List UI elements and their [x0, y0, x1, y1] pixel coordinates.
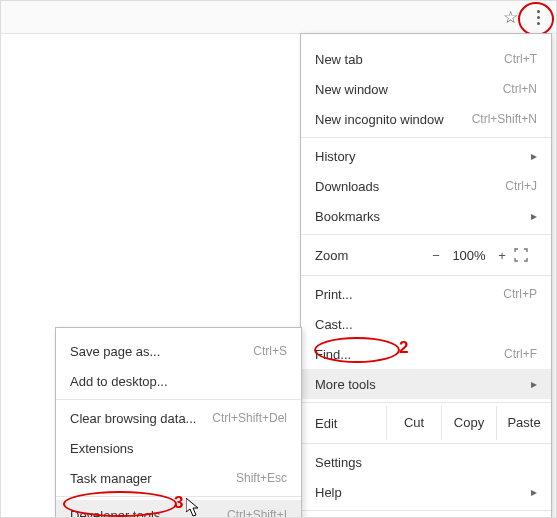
zoom-out-button[interactable]: −: [425, 248, 447, 263]
cut-button[interactable]: Cut: [386, 406, 441, 440]
zoom-in-button[interactable]: +: [491, 248, 513, 263]
menu-item-clear-data[interactable]: Clear browsing data...Ctrl+Shift+Del: [56, 403, 301, 433]
menu-item-history[interactable]: History▸: [301, 141, 551, 171]
menu-item-add-desktop[interactable]: Add to desktop...: [56, 366, 301, 396]
chevron-right-icon: ▸: [531, 377, 537, 391]
menu-item-exit[interactable]: ExitCtrl+Shift+Q: [301, 514, 551, 518]
fullscreen-icon[interactable]: [513, 247, 537, 263]
menu-item-new-tab[interactable]: New tabCtrl+T: [301, 44, 551, 74]
menu-item-downloads[interactable]: DownloadsCtrl+J: [301, 171, 551, 201]
copy-button[interactable]: Copy: [441, 406, 496, 440]
chevron-right-icon: ▸: [531, 485, 537, 499]
annotation-oval-3: [63, 491, 177, 517]
toolbar: ☆: [1, 1, 556, 34]
menu-item-edit: Edit Cut Copy Paste: [301, 406, 551, 440]
more-tools-submenu: Save page as...Ctrl+S Add to desktop... …: [55, 327, 302, 518]
menu-item-save-page[interactable]: Save page as...Ctrl+S: [56, 336, 301, 366]
star-icon[interactable]: ☆: [503, 7, 518, 28]
chrome-main-menu: New tabCtrl+T New windowCtrl+N New incog…: [300, 33, 552, 518]
menu-item-help[interactable]: Help▸: [301, 477, 551, 507]
menu-item-print[interactable]: Print...Ctrl+P: [301, 279, 551, 309]
menu-item-cast[interactable]: Cast...: [301, 309, 551, 339]
menu-item-settings[interactable]: Settings: [301, 447, 551, 477]
paste-button[interactable]: Paste: [496, 406, 551, 440]
chevron-right-icon: ▸: [531, 149, 537, 163]
annotation-number-2: 2: [399, 338, 408, 358]
annotation-oval-2: [314, 337, 400, 363]
annotation-circle-1: [518, 2, 554, 36]
menu-item-more-tools[interactable]: More tools▸: [301, 369, 551, 399]
menu-item-task-manager[interactable]: Task managerShift+Esc: [56, 463, 301, 493]
zoom-value: 100%: [447, 248, 491, 263]
chevron-right-icon: ▸: [531, 209, 537, 223]
menu-item-new-window[interactable]: New windowCtrl+N: [301, 74, 551, 104]
menu-item-extensions[interactable]: Extensions: [56, 433, 301, 463]
menu-item-incognito[interactable]: New incognito windowCtrl+Shift+N: [301, 104, 551, 134]
menu-item-bookmarks[interactable]: Bookmarks▸: [301, 201, 551, 231]
annotation-number-3: 3: [174, 493, 183, 513]
menu-item-zoom: Zoom − 100% +: [301, 238, 551, 272]
